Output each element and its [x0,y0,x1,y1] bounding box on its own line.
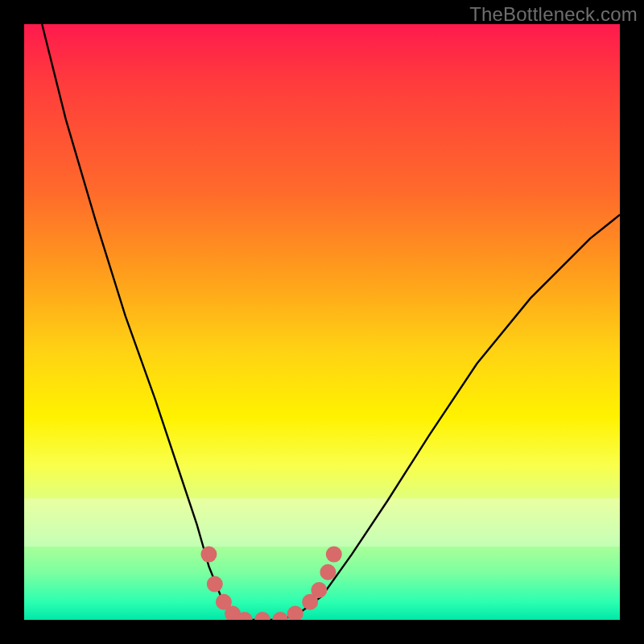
marker-dot [287,606,303,620]
bottleneck-curve [42,24,620,620]
chart-frame: TheBottleneck.com [0,0,644,644]
highlight-band [24,498,620,547]
marker-dot [311,582,327,598]
plot-area [24,24,620,620]
chart-svg [24,24,620,620]
marker-dot [254,612,270,620]
marker-dots [200,547,341,620]
marker-dot [237,612,253,620]
marker-dot [207,576,223,592]
marker-dot [320,564,336,580]
marker-dot [200,547,217,563]
marker-dot [216,594,232,610]
marker-dot [272,612,288,620]
watermark-label: TheBottleneck.com [469,3,638,26]
marker-dot [225,606,241,620]
marker-dot [326,547,342,563]
marker-dot [302,594,318,610]
